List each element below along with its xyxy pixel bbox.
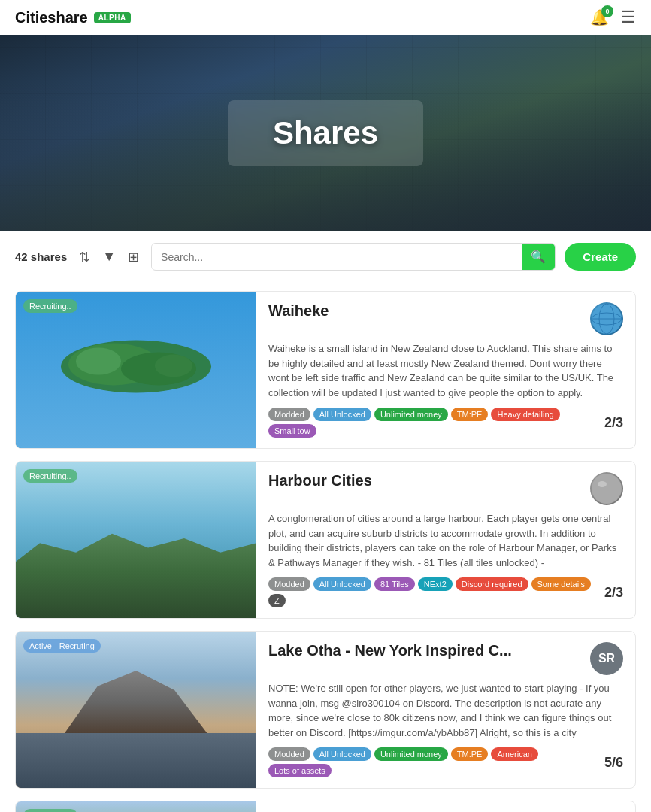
card-harbour-badge: Recruiting..: [23, 469, 77, 483]
svg-point-8: [592, 474, 622, 504]
shares-count: 42 shares: [15, 250, 67, 263]
hamburger-menu[interactable]: ☰: [621, 8, 636, 27]
waiheke-island-svg: [53, 333, 219, 401]
card-harbour-title: Harbour Cities: [268, 472, 372, 489]
waiheke-water: [16, 292, 256, 448]
tag-unlimited-money: Unlimited money: [374, 408, 448, 421]
card-waiheke-avatar: [590, 302, 623, 335]
tag-tmpe: TM:PE: [451, 408, 489, 421]
card-lakeotha-header: Lake Otha - New York Inspired C... SR: [268, 642, 623, 675]
filter-icon[interactable]: ▼: [99, 246, 119, 268]
card-waiheke-badge: Recruiting..: [23, 299, 77, 313]
toolbar-icons: ⇅ ▼ ⊞: [76, 246, 142, 268]
card-waiheke-tags: Modded All Unlocked Unlimited money TM:P…: [268, 408, 595, 438]
card-waiheke-footer: Modded All Unlocked Unlimited money TM:P…: [268, 408, 623, 438]
card-waiheke-title: Waiheke: [268, 302, 329, 320]
lakeotha-mountain: [40, 663, 232, 741]
card-waiheke-content: Waiheke Waiheke is a small island in New…: [256, 292, 635, 448]
card-waiheke: Recruiting.. Waiheke Waiheke is a small …: [15, 291, 636, 449]
card-haugrend-badge: Recruiting..: [23, 809, 77, 812]
cards-container: Recruiting.. Waiheke Waiheke is a small …: [0, 283, 651, 812]
card-lakeotha: Active - Recruting Lake Otha - New York …: [15, 631, 636, 789]
card-lakeotha-footer: Modded All Unlocked Unlimited money TM:P…: [268, 747, 623, 777]
card-lakeotha-content: Lake Otha - New York Inspired C... SR NO…: [256, 632, 635, 788]
globe-icon: [590, 302, 623, 335]
alpha-badge: ALPHA: [94, 12, 131, 23]
tag-next2: NExt2: [418, 577, 453, 591]
lakeotha-scene: [16, 632, 256, 788]
card-harbour-count: 2/3: [604, 585, 623, 601]
tag-heavy-detailing: Heavy detailing: [491, 408, 559, 421]
tag-z: Z: [268, 594, 286, 607]
card-lakeotha-tags: Modded All Unlocked Unlimited money TM:P…: [268, 747, 595, 777]
lakeotha-city: [16, 733, 256, 788]
card-waiheke-header: Waiheke: [268, 302, 623, 335]
hero-title-box: Shares: [228, 100, 423, 166]
sort-icon[interactable]: ⇅: [76, 246, 93, 268]
tag-discord: Discord required: [456, 577, 528, 591]
toolbar: 42 shares ⇅ ▼ ⊞ 🔍 Create: [0, 231, 651, 283]
card-waiheke-count: 2/3: [604, 415, 623, 431]
search-button[interactable]: 🔍: [522, 244, 555, 270]
logo: Citieshare ALPHA: [15, 9, 131, 26]
tag-unlimited-money: Unlimited money: [374, 747, 448, 761]
tag-american: American: [491, 747, 537, 761]
tag-small-tow: Small tow: [268, 424, 316, 438]
tag-lots-of-assets: Lots of assets: [268, 764, 332, 777]
card-harbour-tags: Modded All Unlocked 81 Tiles NExt2 Disco…: [268, 577, 595, 607]
card-lakeotha-count: 5/6: [604, 755, 623, 771]
card-lakeotha-desc: NOTE: We're still open for other players…: [268, 681, 623, 740]
hero-banner: Shares: [0, 35, 651, 231]
card-haugrend-image: Recruiting..: [16, 801, 256, 812]
search-input[interactable]: [152, 245, 522, 269]
card-waiheke-image: Recruiting..: [16, 292, 256, 448]
card-harbour-avatar: [590, 472, 623, 505]
tag-modded: Modded: [268, 747, 310, 761]
search-container: 🔍: [151, 243, 556, 271]
svg-point-4: [155, 355, 192, 377]
card-harbour-desc: A conglomeration of cities around a larg…: [268, 511, 623, 570]
svg-point-3: [76, 348, 121, 375]
tag-all-unlocked: All Unlocked: [313, 747, 371, 761]
logo-text: Citieshare: [15, 9, 88, 26]
card-waiheke-desc: Waiheke is a small island in New Zealand…: [268, 341, 623, 400]
grid-icon[interactable]: ⊞: [125, 246, 142, 268]
card-lakeotha-avatar: SR: [590, 642, 623, 675]
notification-count: 0: [601, 5, 613, 17]
card-lakeotha-image: Active - Recruting: [16, 632, 256, 788]
hero-title: Shares: [273, 115, 378, 151]
svg-point-9: [598, 481, 607, 487]
tag-modded: Modded: [268, 577, 310, 591]
card-haugrend-content: Haugrend nodal Haugrend is a fairly tiny…: [256, 801, 635, 812]
card-lakeotha-title: Lake Otha - New York Inspired C...: [268, 642, 512, 659]
header: Citieshare ALPHA 🔔 0 ☰: [0, 0, 651, 35]
tag-81-tiles: 81 Tiles: [374, 577, 415, 591]
card-harbour-image: Recruiting..: [16, 462, 256, 618]
card-harbour-footer: Modded All Unlocked 81 Tiles NExt2 Disco…: [268, 577, 623, 607]
sphere-icon: [590, 472, 623, 505]
tag-modded: Modded: [268, 408, 310, 421]
card-lakeotha-badge: Active - Recruting: [23, 639, 101, 653]
notification-bell[interactable]: 🔔 0: [590, 8, 609, 26]
card-harbour-content: Harbour Cities A conglomeration of citie…: [256, 462, 635, 618]
card-haugrend: Recruiting.. Haugrend nodal Haugrend is …: [15, 801, 636, 812]
tag-all-unlocked: All Unlocked: [313, 408, 371, 421]
header-right: 🔔 0 ☰: [590, 8, 636, 27]
card-harbour: Recruiting.. Harbour Cities A conglomera…: [15, 461, 636, 619]
tag-tmpe: TM:PE: [451, 747, 489, 761]
tag-some-details: Some details: [531, 577, 592, 591]
harbour-scene: [16, 462, 256, 618]
card-harbour-header: Harbour Cities: [268, 472, 623, 505]
harbour-land: [16, 524, 256, 618]
create-button[interactable]: Create: [565, 243, 636, 271]
tag-all-unlocked: All Unlocked: [313, 577, 371, 591]
